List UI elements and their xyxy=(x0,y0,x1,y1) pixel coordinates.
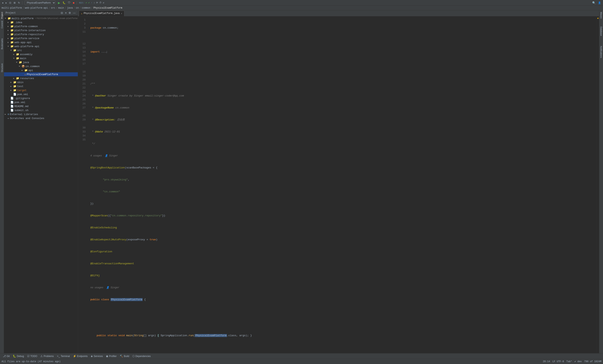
back-btn[interactable]: ◂ xyxy=(1,1,4,5)
terminal-btn[interactable]: >_ Terminal xyxy=(56,354,71,358)
debug-button[interactable]: 🐛 xyxy=(62,1,66,5)
project-panel: Project ⊟ ≡ ⚙ — ▼ 📁 multi-platform ~/Git… xyxy=(4,10,78,353)
line-num-20: 20 xyxy=(78,78,87,82)
panel-title: Project xyxy=(6,11,16,14)
expand-btn[interactable]: ≡ xyxy=(64,11,67,15)
sidebar-tab-structure[interactable]: Structure xyxy=(0,63,4,73)
tree-item-idea[interactable]: ▶ 📁 .idea xyxy=(4,20,78,24)
gitignore-icon: 📄 xyxy=(10,97,14,100)
maven-panel-btn[interactable]: Maven xyxy=(600,11,603,19)
code-line-21: }) xyxy=(90,202,596,206)
tree-label-web-app-api: web-app-api xyxy=(14,41,32,44)
tree-item-platform-repository[interactable]: ▶ 📁 platform-repository xyxy=(4,32,78,36)
debug-btn[interactable]: 🐛 Debug xyxy=(12,354,25,358)
sidebar-tab-commit[interactable]: Commit xyxy=(0,20,4,29)
problems-btn[interactable]: ⚠ Problems xyxy=(39,354,55,358)
editor-tab-physical-exam[interactable]: ☕ PhysicalExamPlatform.java ✕ xyxy=(79,11,124,16)
encoding-status[interactable]: LF UTF-8 xyxy=(552,360,564,363)
right-panels: Maven Database Notifications xyxy=(599,10,603,353)
tree-item-platform-common[interactable]: ▶ 📁 platform-common xyxy=(4,24,78,28)
tree-item-resources[interactable]: ▶ 📁 resources xyxy=(4,76,78,80)
breadcrumb-java[interactable]: java xyxy=(67,7,73,9)
folder-icon-assembly: 📁 xyxy=(16,53,19,56)
tab-close-btn[interactable]: ✕ xyxy=(121,12,122,15)
status-right: 28:14 LF UTF-8 Tab* ✔ dev 790 of 1024M xyxy=(543,360,601,363)
cursor-position[interactable]: 28:14 xyxy=(543,360,550,363)
branch-status[interactable]: ✔ dev xyxy=(575,360,582,363)
sidebar-tab-bookmarks[interactable]: Bookmarks xyxy=(0,38,4,50)
breadcrumb-file[interactable]: PhysicalExamPlatform xyxy=(93,7,122,9)
tree-item-pom-web[interactable]: ▶ 📄 pom.xml xyxy=(4,92,78,96)
line-num-30: 30 xyxy=(78,126,87,130)
line-num-33: 33 xyxy=(78,130,87,134)
project-selector[interactable]: PhysicalExamPlatform xyxy=(24,0,56,5)
git-btn[interactable]: ⎇ Git xyxy=(2,354,11,358)
memory-status[interactable]: 790 of 1024M xyxy=(584,360,601,363)
profile-button[interactable]: 👤 xyxy=(597,1,602,5)
database-panel-btn[interactable]: Database xyxy=(600,26,603,37)
tree-item-root[interactable]: ▼ 📁 multi-platform ~/GitCode/physical-ex… xyxy=(4,16,78,20)
toolbar-icon-2[interactable]: ⊞ xyxy=(13,1,16,5)
tree-item-platform-interaction[interactable]: ▶ 📁 platform-interaction xyxy=(4,28,78,32)
tree-item-gitignore[interactable]: ▶ 📄 .gitignore xyxy=(4,96,78,100)
search-button[interactable]: 🔍 xyxy=(591,1,596,5)
toolbar-icon-3[interactable]: ↻ xyxy=(17,1,21,5)
run-button[interactable]: ▶ xyxy=(57,1,61,5)
tree-item-readme[interactable]: ▶ 📄 README.md xyxy=(4,104,78,108)
line-num-19: 19 xyxy=(78,74,87,78)
tree-item-platform-service[interactable]: ▶ 📁 platform-service xyxy=(4,36,78,40)
code-area[interactable]: package cn.common; import ...; /** * @au… xyxy=(88,16,596,353)
toolbar-icon-1[interactable]: ⊡ xyxy=(8,1,12,5)
tree-item-main[interactable]: ▼ 📁 main xyxy=(4,56,78,60)
forward-btn[interactable]: ▸ xyxy=(5,1,8,5)
endpoints-btn[interactable]: ⚡ Endpoints xyxy=(72,354,89,358)
tree-item-submit[interactable]: ▶ 📄 submit.sh xyxy=(4,108,78,112)
settings-btn[interactable]: ⚙ xyxy=(68,11,71,15)
breadcrumb-main[interactable]: main xyxy=(58,7,64,9)
todo-btn[interactable]: ☑ TODO xyxy=(26,354,38,358)
sidebar-tab-project[interactable]: Project xyxy=(0,11,4,20)
breadcrumb-webapi[interactable]: web-platform-api xyxy=(25,7,48,9)
tree-item-external-libs[interactable]: ▶ ⚙ External Libraries xyxy=(4,112,78,116)
coverage-button[interactable]: ⛉ xyxy=(67,1,71,5)
folder-icon-api: 📁 xyxy=(24,69,28,72)
line-num-gap1: 11 xyxy=(78,30,87,42)
tree-label-idea: .idea xyxy=(14,21,22,24)
todo-icon: ☑ xyxy=(27,355,30,358)
collapse-all-btn[interactable]: ⊟ xyxy=(60,11,64,15)
tree-item-web-app-api[interactable]: ▶ 📁 web-app-api xyxy=(4,40,78,44)
tree-item-java[interactable]: ▼ 📁 java xyxy=(4,60,78,64)
build-label: Build xyxy=(124,355,129,358)
line-num-hint1 xyxy=(78,66,87,70)
tree-arrow-cn-common: ▼ xyxy=(19,65,22,67)
tree-item-src[interactable]: ▼ 📁 src xyxy=(4,48,78,52)
hide-panel-btn[interactable]: — xyxy=(72,11,76,15)
profiler-btn[interactable]: ◉ Profiler xyxy=(105,354,118,358)
tree-item-scratches[interactable]: ▶ ✏ Scratches and Consoles xyxy=(4,116,78,120)
tree-item-target[interactable]: ▶ 📁 target xyxy=(4,88,78,92)
folder-icon-resources: 📁 xyxy=(16,77,19,80)
breadcrumb-common[interactable]: common xyxy=(82,7,90,9)
tree-item-test[interactable]: ▶ 📁 test xyxy=(4,84,78,88)
breadcrumb-src[interactable]: src xyxy=(51,7,55,9)
tree-item-api[interactable]: ▶ 📁 api xyxy=(4,68,78,72)
readme-icon: 📄 xyxy=(10,105,14,108)
indent-status[interactable]: Tab* xyxy=(566,360,572,363)
tree-item-physical-exam[interactable]: ▶ ☕ PhysicalExamPlatform xyxy=(4,72,78,76)
breadcrumb-cn[interactable]: cn xyxy=(76,7,79,9)
tree-item-assembly[interactable]: ▶ 📁 assembly xyxy=(4,52,78,56)
dependencies-btn[interactable]: ⬡ Dependencies xyxy=(131,354,152,358)
hint-4usages: 4 usages 👤 Singer xyxy=(90,154,596,158)
stop-button[interactable]: ■ xyxy=(72,1,75,5)
tree-item-sbin[interactable]: ▶ 📁 sbin xyxy=(4,80,78,84)
build-btn[interactable]: 🔨 Build xyxy=(118,354,130,358)
tree-arrow-src: ▼ xyxy=(10,49,13,52)
tree-label-external-libs: External Libraries xyxy=(10,113,38,116)
breadcrumb-multiplatform[interactable]: multi-platform xyxy=(2,7,22,9)
notifications-panel-btn[interactable]: Notifications xyxy=(600,45,603,59)
folder-icon-cn-common: 📦 xyxy=(22,65,25,68)
tree-item-cn-common[interactable]: ▼ 📦 cn.common xyxy=(4,64,78,68)
services-btn[interactable]: ◈ Services xyxy=(90,354,104,358)
tree-item-web-platform-api[interactable]: ▼ 📁 web-platform-api xyxy=(4,44,78,48)
tree-item-pom-root[interactable]: ▶ 📄 pom.xml xyxy=(4,100,78,104)
